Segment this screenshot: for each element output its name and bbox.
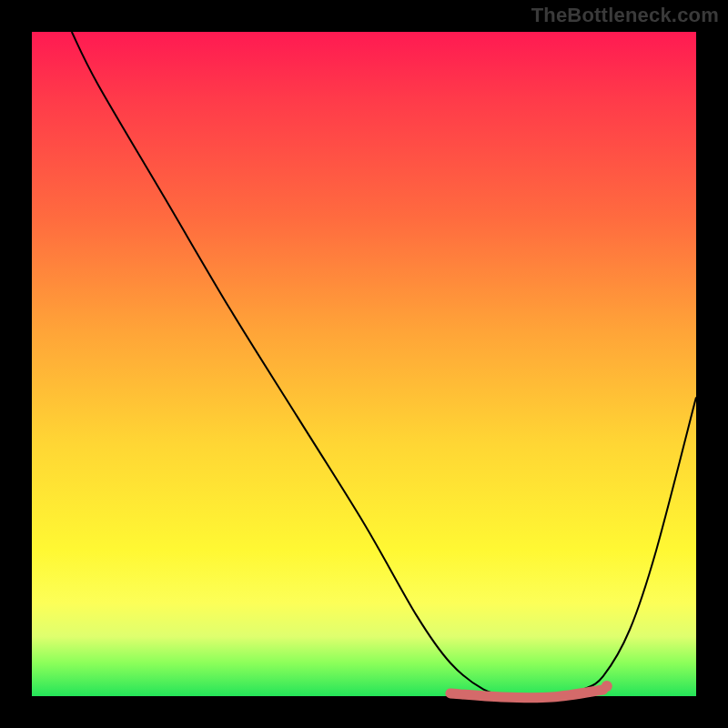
optimal-range-end-dot [602,681,612,692]
chart-frame: TheBottleneck.com [0,0,728,728]
curve-svg [32,32,696,696]
optimal-range-marker [450,690,603,698]
watermark-text: TheBottleneck.com [531,4,719,27]
bottleneck-curve-line [72,32,696,697]
plot-area [32,32,696,696]
